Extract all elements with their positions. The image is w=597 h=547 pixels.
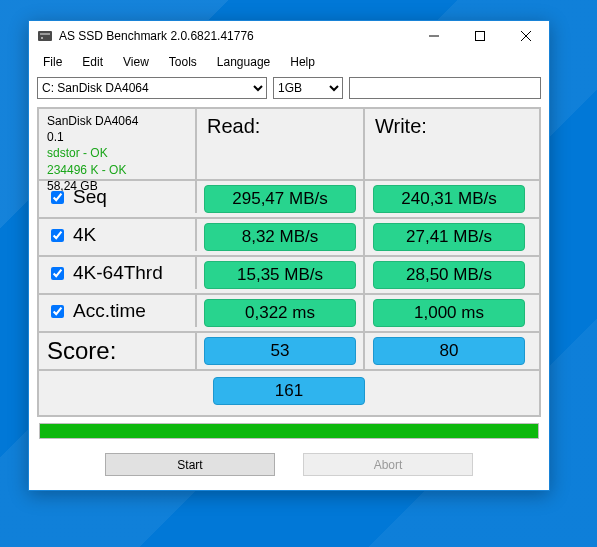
svg-rect-1: [40, 33, 50, 35]
row-4k64thrd: 4K-64Thrd: [39, 257, 197, 289]
results-panel: SanDisk DA4064 0.1 sdstor - OK 234496 K …: [37, 107, 541, 417]
menu-edit[interactable]: Edit: [72, 52, 113, 72]
row-4k: 4K: [39, 219, 197, 251]
acctime-read: 0,322 ms: [204, 299, 356, 327]
name-input[interactable]: [349, 77, 541, 99]
label-4k64thrd: 4K-64Thrd: [73, 262, 163, 284]
close-button[interactable]: [503, 21, 549, 51]
svg-rect-4: [476, 32, 485, 41]
abort-button: Abort: [303, 453, 473, 476]
drive-firmware: 0.1: [47, 129, 187, 145]
checkbox-acctime[interactable]: [51, 305, 64, 318]
score-read: 53: [204, 337, 356, 365]
svg-rect-0: [38, 31, 52, 41]
header-read: Read:: [197, 109, 365, 179]
toolbar: C: SanDisk DA4064 1GB: [29, 73, 549, 103]
4k-read: 8,32 MB/s: [204, 223, 356, 251]
score-label: Score:: [39, 333, 197, 369]
button-bar: Start Abort: [29, 445, 549, 490]
acctime-write: 1,000 ms: [373, 299, 525, 327]
4k64thrd-read: 15,35 MB/s: [204, 261, 356, 289]
seq-write: 240,31 MB/s: [373, 185, 525, 213]
app-window: AS SSD Benchmark 2.0.6821.41776 File Edi…: [28, 20, 550, 491]
row-acctime: Acc.time: [39, 295, 197, 327]
label-acctime: Acc.time: [73, 300, 146, 322]
label-4k: 4K: [73, 224, 96, 246]
size-select[interactable]: 1GB: [273, 77, 343, 99]
minimize-button[interactable]: [411, 21, 457, 51]
menu-tools[interactable]: Tools: [159, 52, 207, 72]
progress-bar: [39, 423, 539, 439]
label-seq: Seq: [73, 186, 107, 208]
4k-write: 27,41 MB/s: [373, 223, 525, 251]
checkbox-4k[interactable]: [51, 229, 64, 242]
header-write: Write:: [365, 109, 533, 179]
titlebar[interactable]: AS SSD Benchmark 2.0.6821.41776: [29, 21, 549, 51]
checkbox-seq[interactable]: [51, 191, 64, 204]
menu-language[interactable]: Language: [207, 52, 280, 72]
partition-status: 234496 K - OK: [47, 162, 187, 178]
drive-select[interactable]: C: SanDisk DA4064: [37, 77, 267, 99]
seq-read: 295,47 MB/s: [204, 185, 356, 213]
menu-view[interactable]: View: [113, 52, 159, 72]
score-write: 80: [373, 337, 525, 365]
window-title: AS SSD Benchmark 2.0.6821.41776: [59, 29, 411, 43]
menu-help[interactable]: Help: [280, 52, 325, 72]
menu-file[interactable]: File: [33, 52, 72, 72]
drive-model: SanDisk DA4064: [47, 113, 187, 129]
start-button[interactable]: Start: [105, 453, 275, 476]
drive-info: SanDisk DA4064 0.1 sdstor - OK 234496 K …: [39, 109, 197, 179]
row-seq: Seq: [39, 181, 197, 213]
app-icon: [37, 28, 53, 44]
checkbox-4k64thrd[interactable]: [51, 267, 64, 280]
menubar: File Edit View Tools Language Help: [29, 51, 549, 73]
svg-point-2: [41, 37, 43, 39]
score-total: 161: [213, 377, 365, 405]
4k64thrd-write: 28,50 MB/s: [373, 261, 525, 289]
driver-status: sdstor - OK: [47, 145, 187, 161]
maximize-button[interactable]: [457, 21, 503, 51]
